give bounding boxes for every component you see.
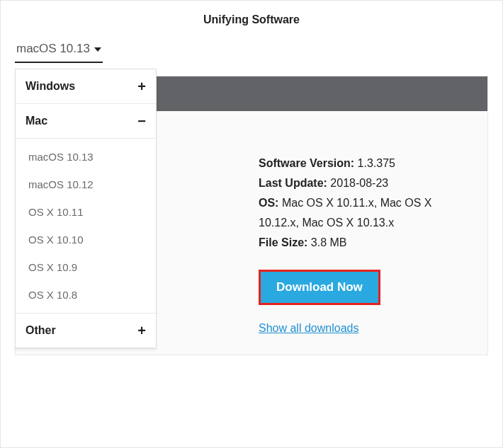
meta-size: File Size: 3.8 MB	[259, 233, 468, 253]
minus-icon: −	[137, 114, 146, 128]
os-selector-dropdown[interactable]: macOS 10.13	[15, 38, 103, 63]
meta-os-value: Mac OS X 10.11.x, Mac OS X 10.12.x, Mac …	[259, 197, 432, 229]
meta-os-label: OS:	[259, 197, 278, 209]
dropdown-item-osx-10-10[interactable]: OS X 10.10	[16, 226, 156, 253]
dropdown-group-other[interactable]: Other +	[16, 314, 156, 348]
download-button[interactable]: Download Now	[259, 270, 380, 305]
dropdown-item-osx-10-8[interactable]: OS X 10.8	[16, 281, 156, 309]
dropdown-group-other-label: Other	[26, 324, 56, 337]
dropdown-item-macos-10-12[interactable]: macOS 10.12	[16, 171, 156, 198]
page-title: Unifying Software	[1, 1, 502, 36]
dropdown-group-mac-label: Mac	[26, 115, 47, 127]
meta-version: Software Version: 1.3.375	[259, 154, 468, 173]
right-column: Software Version: 1.3.375 Last Update: 2…	[259, 154, 468, 335]
dropdown-item-macos-10-13[interactable]: macOS 10.13	[16, 143, 156, 171]
meta-update-label: Last Update:	[259, 177, 327, 189]
meta-update: Last Update: 2018-08-23	[259, 173, 468, 193]
dropdown-group-mac[interactable]: Mac −	[16, 104, 156, 139]
os-dropdown-menu: Windows + Mac − macOS 10.13 macOS 10.12 …	[15, 69, 157, 349]
meta-size-value: 3.8 MB	[311, 236, 347, 248]
plus-icon: +	[137, 323, 146, 338]
plus-icon: +	[137, 79, 146, 93]
os-selector-label: macOS 10.13	[16, 42, 90, 56]
meta-os: OS: Mac OS X 10.11.x, Mac OS X 10.12.x, …	[259, 193, 468, 233]
meta-update-value: 2018-08-23	[330, 177, 388, 189]
dropdown-item-osx-10-11[interactable]: OS X 10.11	[16, 198, 156, 226]
meta-size-label: File Size:	[259, 236, 307, 248]
show-all-downloads-link[interactable]: Show all downloads	[259, 322, 358, 335]
dropdown-group-windows[interactable]: Windows +	[16, 69, 156, 104]
caret-down-icon	[94, 47, 101, 52]
page-container: Unifying Software macOS 10.13 g Software…	[0, 0, 503, 448]
meta-version-label: Software Version:	[259, 157, 354, 169]
dropdown-item-osx-10-9[interactable]: OS X 10.9	[16, 253, 156, 281]
os-selector-row: macOS 10.13	[1, 36, 502, 63]
dropdown-group-windows-label: Windows	[26, 80, 75, 93]
dropdown-mac-items: macOS 10.13 macOS 10.12 OS X 10.11 OS X …	[16, 139, 156, 314]
meta-version-value: 1.3.375	[358, 157, 395, 169]
